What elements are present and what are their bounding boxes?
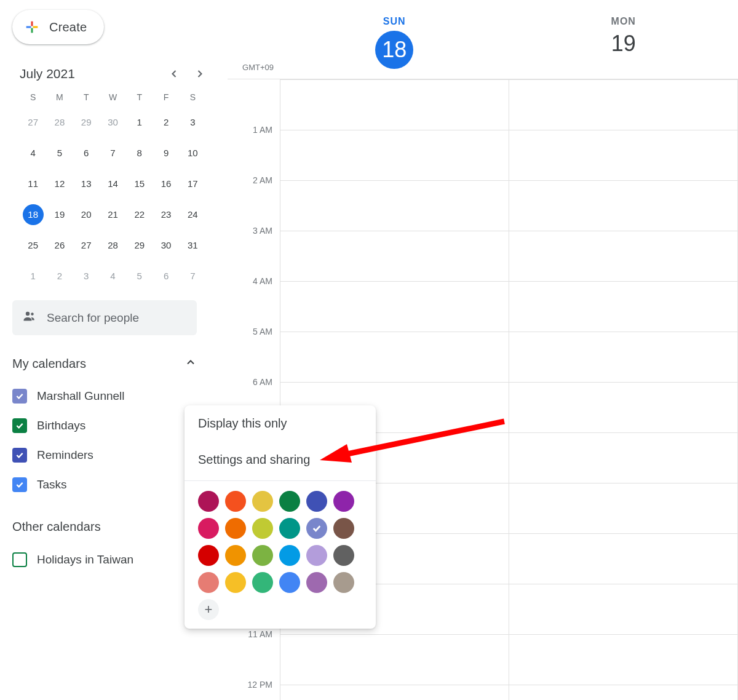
hour-label: 5 AM — [253, 327, 272, 336]
mini-day-cell[interactable]: 28 — [49, 112, 70, 133]
mini-day-cell[interactable]: 1 — [129, 112, 150, 133]
mini-dow: W — [100, 92, 126, 102]
mini-day-cell[interactable]: 4 — [23, 143, 44, 164]
mini-day-cell[interactable]: 31 — [182, 235, 203, 256]
color-swatch[interactable] — [198, 572, 219, 593]
mini-day-cell[interactable]: 23 — [156, 204, 177, 225]
mini-day-cell[interactable]: 30 — [156, 235, 177, 256]
color-swatch[interactable] — [306, 545, 327, 566]
day-of-week-label: SUN — [280, 16, 509, 27]
search-people-input[interactable]: Search for people — [12, 300, 197, 335]
mini-day-cell[interactable]: 6 — [156, 266, 177, 287]
color-swatch[interactable] — [225, 491, 246, 512]
calendar-checkbox[interactable] — [12, 477, 27, 492]
color-swatch[interactable] — [333, 491, 354, 512]
mini-day-cell[interactable]: 28 — [102, 235, 123, 256]
mini-day-cell[interactable]: 2 — [156, 112, 177, 133]
mini-calendar: July 2021 SMTWTFS27282930123456789101112… — [12, 66, 206, 287]
create-button[interactable]: Create — [12, 10, 104, 44]
color-swatch[interactable] — [279, 572, 300, 593]
calendar-checkbox[interactable] — [12, 552, 27, 567]
mini-day-cell[interactable]: 14 — [102, 173, 123, 194]
mini-day-cell[interactable]: 13 — [76, 173, 97, 194]
color-swatch[interactable] — [225, 545, 246, 566]
mini-day-cell[interactable]: 5 — [49, 143, 70, 164]
grid-day-column[interactable] — [509, 79, 738, 700]
color-swatch[interactable] — [279, 491, 300, 512]
collapse-my-calendars-button[interactable] — [184, 356, 197, 372]
color-swatch[interactable] — [279, 545, 300, 566]
mini-day-cell[interactable]: 10 — [182, 143, 203, 164]
prev-month-button[interactable] — [168, 68, 180, 80]
color-swatch[interactable] — [198, 545, 219, 566]
color-swatch[interactable] — [333, 545, 354, 566]
calendar-label: Reminders — [37, 448, 93, 462]
mini-day-cell[interactable]: 29 — [129, 235, 150, 256]
color-swatch[interactable] — [333, 572, 354, 593]
hour-gridline — [509, 180, 737, 181]
color-swatch[interactable] — [279, 518, 300, 539]
hour-gridline — [509, 79, 737, 80]
calendar-checkbox[interactable] — [12, 448, 27, 463]
color-swatch[interactable] — [306, 572, 327, 593]
mini-day-cell[interactable]: 1 — [23, 266, 44, 287]
hour-gridline — [509, 332, 737, 332]
mini-day-cell[interactable]: 29 — [76, 112, 97, 133]
color-swatch[interactable] — [198, 518, 219, 539]
hour-gridline — [509, 634, 737, 635]
mini-day-cell[interactable]: 15 — [129, 173, 150, 194]
mini-day-cell[interactable]: 8 — [129, 143, 150, 164]
add-custom-color-button[interactable]: + — [198, 599, 219, 620]
mini-day-cell[interactable]: 2 — [49, 266, 70, 287]
mini-day-cell[interactable]: 27 — [23, 112, 44, 133]
calendar-checkbox[interactable] — [12, 389, 27, 404]
calendar-label: Holidays in Taiwan — [37, 553, 133, 567]
color-swatch[interactable] — [333, 518, 354, 539]
mini-day-cell[interactable]: 21 — [102, 204, 123, 225]
day-column-header[interactable]: SUN18 — [280, 0, 509, 69]
mini-day-cell[interactable]: 3 — [182, 112, 203, 133]
color-swatch[interactable] — [306, 518, 327, 539]
hour-gridline — [509, 231, 737, 231]
mini-day-cell[interactable]: 12 — [49, 173, 70, 194]
color-swatch[interactable] — [252, 518, 273, 539]
color-swatch[interactable] — [252, 572, 273, 593]
settings-and-sharing-menuitem[interactable]: Settings and sharing — [184, 442, 376, 478]
next-month-button[interactable] — [194, 68, 206, 80]
calendar-list-item[interactable]: Marshall Gunnell — [12, 384, 218, 408]
mini-day-cell[interactable]: 24 — [182, 204, 203, 225]
mini-day-cell[interactable]: 16 — [156, 173, 177, 194]
mini-day-cell[interactable]: 11 — [23, 173, 44, 194]
display-this-only-menuitem[interactable]: Display this only — [184, 405, 376, 442]
color-swatch[interactable] — [225, 572, 246, 593]
mini-day-cell[interactable]: 7 — [102, 143, 123, 164]
mini-day-cell[interactable]: 6 — [76, 143, 97, 164]
mini-day-cell[interactable]: 5 — [129, 266, 150, 287]
mini-dow: S — [20, 92, 46, 102]
color-swatch[interactable] — [306, 491, 327, 512]
hour-gridline — [280, 130, 509, 130]
calendar-checkbox[interactable] — [12, 418, 27, 433]
mini-day-cell[interactable]: 22 — [129, 204, 150, 225]
mini-day-cell[interactable]: 19 — [49, 204, 70, 225]
mini-day-cell[interactable]: 18 — [23, 204, 44, 225]
color-swatch[interactable] — [252, 545, 273, 566]
calendar-options-popover: Display this only Settings and sharing + — [184, 405, 376, 629]
day-column-header[interactable]: MON19 — [509, 0, 739, 69]
mini-dow: T — [73, 92, 100, 102]
mini-day-cell[interactable]: 30 — [102, 112, 123, 133]
mini-day-cell[interactable]: 3 — [76, 266, 97, 287]
mini-day-cell[interactable]: 20 — [76, 204, 97, 225]
mini-day-cell[interactable]: 27 — [76, 235, 97, 256]
mini-day-cell[interactable]: 26 — [49, 235, 70, 256]
color-swatch[interactable] — [225, 518, 246, 539]
mini-day-cell[interactable]: 25 — [23, 235, 44, 256]
mini-day-cell[interactable]: 4 — [102, 266, 123, 287]
mini-day-cell[interactable]: 17 — [182, 173, 203, 194]
hour-gridline — [509, 281, 737, 282]
mini-day-cell[interactable]: 7 — [182, 266, 203, 287]
color-swatch[interactable] — [252, 491, 273, 512]
mini-dow: S — [180, 92, 206, 102]
color-swatch[interactable] — [198, 491, 219, 512]
mini-day-cell[interactable]: 9 — [156, 143, 177, 164]
